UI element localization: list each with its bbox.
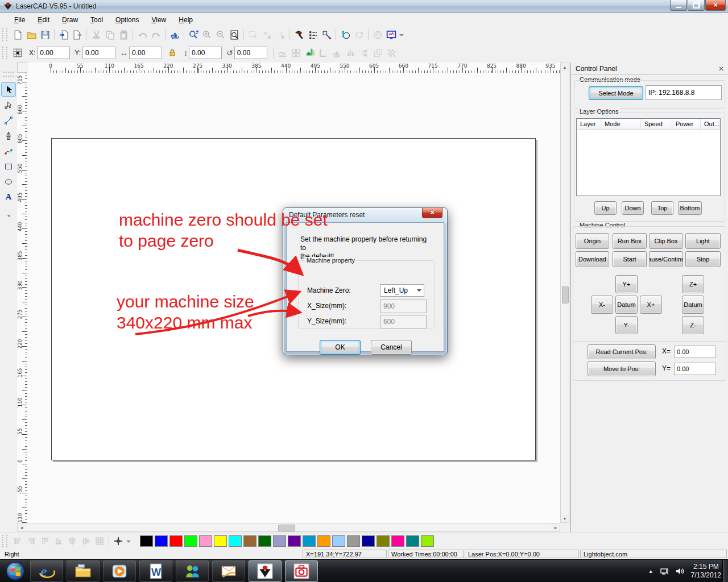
menu-options[interactable]: Options bbox=[109, 14, 145, 26]
start-button[interactable]: Start bbox=[613, 251, 647, 267]
width-input[interactable] bbox=[129, 47, 162, 59]
layer-column-mode[interactable]: Mode bbox=[601, 119, 641, 130]
scroll-left-icon[interactable]: ◄ bbox=[18, 523, 26, 531]
rectangle-tool[interactable] bbox=[1, 159, 16, 173]
toolbar-grip[interactable] bbox=[2, 28, 7, 41]
layer-column-layer[interactable]: Layer bbox=[577, 119, 601, 130]
layer-column-power[interactable]: Power bbox=[672, 119, 701, 130]
palette-swatch[interactable] bbox=[258, 535, 271, 547]
toolbar-grip[interactable] bbox=[2, 47, 7, 59]
curve-edit-icon[interactable] bbox=[338, 28, 352, 41]
pause-continue-button[interactable]: Pause/Continue bbox=[649, 251, 683, 267]
network-icon[interactable] bbox=[659, 566, 669, 576]
ok-button[interactable]: OK bbox=[320, 340, 361, 355]
line-tool[interactable] bbox=[1, 113, 16, 127]
palette-swatch[interactable] bbox=[303, 535, 316, 547]
jog-z-minus-button[interactable]: Z- bbox=[682, 316, 704, 334]
origin-button[interactable]: Origin bbox=[576, 233, 609, 249]
node-edit-tool[interactable] bbox=[1, 98, 16, 112]
height-input[interactable] bbox=[189, 47, 222, 59]
palette-swatch[interactable] bbox=[391, 535, 404, 547]
scroll-right-icon[interactable]: ► bbox=[552, 523, 560, 531]
palette-swatch[interactable] bbox=[169, 535, 183, 547]
run-box-button[interactable]: Run Box bbox=[613, 233, 647, 249]
palette-swatch[interactable] bbox=[288, 535, 301, 547]
show-desktop-button[interactable] bbox=[722, 560, 728, 582]
zoom-page-icon[interactable] bbox=[228, 28, 241, 41]
control-panel-close-icon[interactable]: ✕ bbox=[718, 66, 724, 72]
jog-x-plus-button[interactable]: X+ bbox=[640, 296, 662, 314]
taskbar-media-player-icon[interactable] bbox=[103, 560, 136, 582]
palette-swatch[interactable] bbox=[243, 535, 257, 547]
palette-swatch[interactable] bbox=[332, 535, 345, 547]
taskbar-clock[interactable]: 2:15 PM 7/13/2012 bbox=[691, 563, 721, 580]
menu-file[interactable]: File bbox=[8, 14, 31, 26]
horizontal-scrollbar[interactable]: ◄ ► bbox=[17, 523, 560, 532]
node-pick-icon[interactable] bbox=[320, 28, 333, 41]
pan-hand-icon[interactable] bbox=[168, 28, 181, 41]
layer-bottom-button[interactable]: Bottom bbox=[678, 201, 702, 215]
layer-column-out[interactable]: Out... bbox=[701, 119, 720, 130]
taskbar-screen-capture-icon[interactable] bbox=[285, 560, 318, 582]
layer-column-speed[interactable]: Speed bbox=[641, 119, 672, 130]
jog-z-plus-button[interactable]: Z+ bbox=[682, 275, 704, 293]
layer-color-icon[interactable] bbox=[303, 46, 317, 60]
jog-y-plus-button[interactable]: Y+ bbox=[615, 275, 638, 293]
simulate-monitor-icon[interactable] bbox=[384, 28, 398, 41]
tool-hammer-icon[interactable] bbox=[292, 28, 306, 41]
ellipse-tool[interactable] bbox=[1, 174, 16, 189]
palette-swatch[interactable] bbox=[273, 535, 286, 547]
minimize-button[interactable] bbox=[670, 0, 687, 11]
x-coord-input[interactable] bbox=[37, 47, 70, 59]
anchor-grid-icon[interactable] bbox=[11, 46, 24, 60]
cancel-button[interactable]: Cancel bbox=[371, 340, 412, 355]
close-button[interactable]: × bbox=[705, 0, 726, 11]
palette-swatch[interactable] bbox=[155, 535, 168, 547]
import-icon[interactable] bbox=[57, 28, 71, 41]
center-page-icon[interactable] bbox=[111, 534, 125, 548]
taskbar-internet-explorer-icon[interactable]: e bbox=[30, 560, 63, 582]
download-button[interactable]: Download bbox=[576, 251, 609, 267]
taskbar-mail-icon[interactable] bbox=[212, 560, 245, 582]
start-button[interactable] bbox=[2, 560, 28, 582]
menu-view[interactable]: View bbox=[145, 14, 172, 26]
x-pos-input[interactable] bbox=[674, 346, 716, 358]
jog-x-minus-button[interactable]: X- bbox=[591, 296, 613, 314]
stop-button[interactable]: Stop bbox=[685, 251, 721, 267]
vscroll-thumb[interactable] bbox=[562, 286, 569, 304]
text-tool[interactable]: A bbox=[1, 190, 16, 204]
read-current-pos-button[interactable]: Read Current Pos: bbox=[588, 344, 656, 359]
collapse-arrow-icon[interactable]: ◄ bbox=[1, 209, 16, 223]
lock-icon[interactable] bbox=[166, 46, 179, 60]
ip-address-field[interactable]: IP: 192.168.8.8 bbox=[646, 85, 722, 100]
light-button[interactable]: Light bbox=[685, 233, 721, 249]
xy-datum-button[interactable]: Datum bbox=[615, 296, 638, 314]
export-icon[interactable] bbox=[71, 28, 84, 41]
clip-box-button[interactable]: Clip Box bbox=[649, 233, 683, 249]
rotate-input[interactable] bbox=[234, 47, 267, 59]
palette-swatch[interactable] bbox=[317, 535, 330, 547]
menu-draw[interactable]: Draw bbox=[56, 14, 84, 26]
z-datum-button[interactable]: Datum bbox=[682, 296, 704, 314]
palette-swatch[interactable] bbox=[140, 535, 153, 547]
select-mode-button[interactable]: Select Mode bbox=[589, 86, 643, 100]
param-list-icon[interactable] bbox=[306, 28, 320, 41]
new-file-icon[interactable] bbox=[11, 28, 24, 41]
layer-top-button[interactable]: Top bbox=[651, 201, 673, 215]
scroll-up-icon[interactable]: ▲ bbox=[561, 63, 569, 71]
jog-y-minus-button[interactable]: Y- bbox=[615, 316, 638, 334]
save-icon[interactable] bbox=[38, 28, 52, 41]
select-cursor-tool[interactable] bbox=[1, 82, 16, 97]
tray-expand-icon[interactable]: ▲ bbox=[648, 568, 653, 574]
palette-swatch[interactable] bbox=[229, 535, 242, 547]
vertical-scrollbar[interactable]: ▲ ▼ bbox=[560, 63, 569, 523]
machine-zero-dropdown[interactable]: Left_Up bbox=[380, 284, 424, 297]
y-coord-input[interactable] bbox=[82, 47, 115, 59]
palette-swatch[interactable] bbox=[347, 535, 360, 547]
pen-tool[interactable] bbox=[1, 128, 16, 143]
restore-button[interactable] bbox=[688, 0, 705, 11]
open-folder-icon[interactable] bbox=[24, 28, 38, 41]
taskbar-file-explorer-icon[interactable] bbox=[67, 560, 100, 582]
menu-tool[interactable]: Tool bbox=[84, 14, 109, 26]
taskbar-messenger-icon[interactable] bbox=[176, 560, 209, 582]
